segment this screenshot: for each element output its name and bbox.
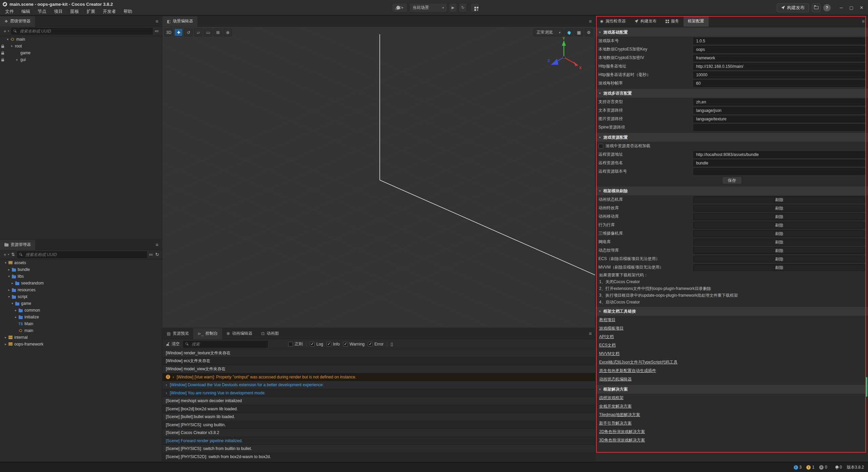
module-remove-button[interactable]: 剔除 <box>693 247 865 254</box>
expand-icon[interactable]: › <box>173 375 174 379</box>
log-row[interactable]: [Scene] [box2d]:box2d wasm lib loaded. <box>162 405 595 413</box>
module-remove-button[interactable]: 剔除 <box>693 230 865 237</box>
clear-console-button[interactable]: 清空 <box>166 341 180 347</box>
view-mode-select[interactable]: 正常浏览 ▾ <box>533 28 564 36</box>
chevron-closed-icon[interactable]: ▸ <box>14 315 18 319</box>
menu-node[interactable]: 节点 <box>34 8 50 15</box>
languages-input[interactable] <box>693 99 865 105</box>
tree-node-root[interactable]: ▾ root <box>0 43 162 50</box>
filter-warning-checkbox[interactable]: Warning <box>343 342 364 347</box>
refresh-icon[interactable]: ↻ <box>155 252 159 257</box>
asset-node-script[interactable]: ▾ script <box>0 293 162 300</box>
section-solutions[interactable]: ▾ 框架解决方案 <box>596 385 868 394</box>
regex-checkbox[interactable]: 正则 <box>288 341 303 347</box>
minimize-button[interactable]: ─ <box>837 3 846 12</box>
log-row-info[interactable]: › [Window] Download the Vue Devtools ext… <box>162 381 595 389</box>
add-node-button[interactable]: ＋▾ <box>3 28 9 34</box>
checkbox-icon[interactable] <box>288 342 293 347</box>
log-row[interactable]: [Scene] [PHYSICS]: using builtin. <box>162 421 595 429</box>
log-row[interactable]: [Scene] Cocos Creator v3.8.2 <box>162 429 595 437</box>
chevron-closed-icon[interactable]: ▸ <box>7 288 11 292</box>
filter-info-checkbox[interactable]: Info <box>327 342 340 347</box>
log-row[interactable]: [Scene] meshopt wasm decoder initialized <box>162 397 595 405</box>
remote-url-input[interactable] <box>693 151 865 158</box>
pivot-toggle-button[interactable]: ⊞ <box>214 28 222 36</box>
chevron-closed-icon[interactable]: ▸ <box>15 58 19 61</box>
log-row[interactable]: [Scene] [bullet]:bullet wasm lib loaded. <box>162 413 595 421</box>
remote-bundle-input[interactable] <box>693 160 865 166</box>
link-hotupdate-plugin[interactable]: 原生包热更新配置自动生成插件 <box>596 367 659 375</box>
chevron-closed-icon[interactable]: ▸ <box>10 281 15 285</box>
open-project-folder-button[interactable] <box>812 3 821 12</box>
checkbox-icon[interactable] <box>343 342 348 347</box>
menu-developer[interactable]: 开发者 <box>99 8 120 15</box>
tab-build-publish[interactable]: 构建发布 <box>630 16 661 26</box>
remote-load-checkbox[interactable] <box>598 144 603 149</box>
lighting-toggle-button[interactable] <box>565 28 573 36</box>
tab-asset-preview[interactable]: ▤ 资源预览 <box>162 328 193 339</box>
preview-target-button[interactable]: ▾ <box>392 3 408 12</box>
tab-animation-editor[interactable]: ✻ 动画编辑器 <box>222 328 257 339</box>
link-2d-rpg-solution[interactable]: 2D角色扮演游戏解决方案 <box>596 428 648 436</box>
tree-node-game[interactable]: game <box>0 50 162 56</box>
asset-node-assets[interactable]: ▾ assets <box>0 259 162 266</box>
build-publish-button[interactable]: 构建发布 <box>777 3 809 12</box>
text-path-input[interactable] <box>693 107 865 114</box>
module-remove-button[interactable]: 剔除 <box>693 196 865 203</box>
game-version-input[interactable] <box>693 38 865 44</box>
menu-extension[interactable]: 扩展 <box>83 8 99 15</box>
asset-node-main-scene[interactable]: main <box>0 327 162 334</box>
add-asset-button[interactable]: ＋▾ <box>3 252 9 258</box>
tab-property-inspector[interactable]: ◉ 属性检查器 <box>596 16 630 26</box>
menu-icon[interactable]: ≡ <box>156 242 162 248</box>
chevron-closed-icon[interactable]: ▸ <box>3 336 8 339</box>
crypto-key-input[interactable] <box>693 46 865 53</box>
spine-path-input[interactable] <box>693 124 865 131</box>
tab-scene-editor[interactable]: ◧ 场景编辑器 <box>162 16 197 26</box>
device-preview-button[interactable] <box>471 3 479 12</box>
open-log-file-icon[interactable]: ▯ <box>391 341 393 347</box>
asset-node-common[interactable]: ▸ common <box>0 307 162 314</box>
asset-node-oops-framework[interactable]: ▸ oops-framework <box>0 341 162 348</box>
menu-help[interactable]: 帮助 <box>120 8 136 15</box>
tab-hierarchy[interactable]: ❖ 层级管理器 <box>0 16 35 26</box>
link-template-project[interactable]: 游戏模板项目 <box>596 324 627 333</box>
module-remove-button[interactable]: 剔除 <box>693 264 865 271</box>
collapse-all-icon[interactable]: ≔ <box>149 252 153 257</box>
error-count[interactable]: ✕ 0 <box>819 465 827 470</box>
link-mvvm-docs[interactable]: MVVM文档 <box>596 350 623 358</box>
chevron-open-icon[interactable]: ▾ <box>7 275 11 278</box>
assets-search-input[interactable] <box>17 251 147 258</box>
link-tutorial-project[interactable]: 教程项目 <box>596 316 619 324</box>
help-button[interactable]: ? <box>823 4 831 12</box>
chevron-closed-icon[interactable]: ▸ <box>7 268 11 271</box>
chevron-open-icon[interactable]: ▾ <box>5 38 10 41</box>
chevron-open-icon[interactable]: ▾ <box>7 295 11 298</box>
link-anim-state-editor[interactable]: 动画状态机编辑器 <box>596 375 635 383</box>
menu-icon[interactable]: ≡ <box>862 19 868 24</box>
chevron-open-icon[interactable]: ▾ <box>10 302 15 305</box>
http-server-input[interactable] <box>693 63 865 70</box>
move-tool-button[interactable]: ✚ <box>174 28 183 36</box>
link-excel-tool[interactable]: Excel格式转Json文件与TypeScript代码工具 <box>596 358 681 367</box>
chevron-closed-icon[interactable]: ▸ <box>3 342 8 346</box>
log-row[interactable]: [Scene] [PHYSICS2D]: switch from box2d-w… <box>162 453 595 461</box>
chevron-closed-icon[interactable]: ▸ <box>14 309 18 312</box>
log-row[interactable]: [Window] model_view文件夹存在 <box>162 365 595 373</box>
asset-node-seedrandom[interactable]: ▸ seedrandom <box>0 280 162 287</box>
axis-gizmo[interactable]: Y X Z <box>545 36 586 77</box>
tab-animation-graph[interactable]: ⊡ 动画图 <box>257 328 283 339</box>
module-remove-button[interactable]: 剔除 <box>693 256 865 262</box>
scene-select[interactable]: 当前场景 ▾ <box>409 3 447 12</box>
info-count[interactable]: i 3 <box>794 465 802 470</box>
link-3d-rpg-solution[interactable]: 3D角色扮演游戏解决方案 <box>596 436 648 445</box>
save-button[interactable]: 保存 <box>722 177 742 184</box>
menu-icon[interactable]: ≡ <box>156 19 162 24</box>
checkbox-icon[interactable] <box>327 342 331 347</box>
inspector-scrollbar[interactable] <box>866 377 867 397</box>
fps-input[interactable] <box>693 80 865 87</box>
section-game-basic[interactable]: ▾ 游戏基础配置 <box>596 28 868 37</box>
expand-icon[interactable]: › <box>166 382 167 387</box>
hierarchy-search-input[interactable] <box>11 28 153 35</box>
crypto-iv-input[interactable] <box>693 55 865 61</box>
